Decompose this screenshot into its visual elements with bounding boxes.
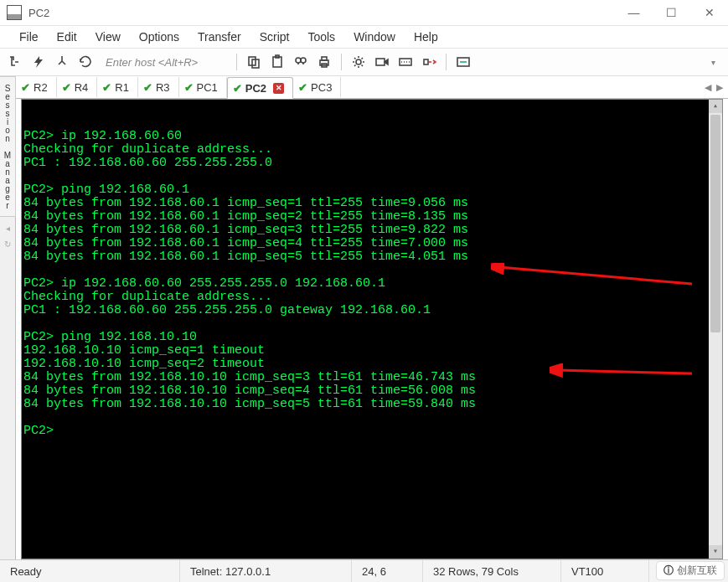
window-titlebar: PC2 — ☐ ✕ [0,0,728,26]
session-manager-tab[interactable]: Session Manager [0,76,16,217]
check-icon: ✔ [143,81,152,94]
menu-transfer[interactable]: Transfer [188,28,250,46]
reconnect-icon[interactable] [77,54,94,70]
status-connection: Telnet: 127.0.0.1 [180,560,352,582]
status-cursor: 24, 6 [352,560,423,582]
session-tree-icon[interactable] [7,54,23,70]
svg-rect-2 [273,57,281,67]
toolbar-separator [236,54,237,70]
menu-options[interactable]: Options [130,28,188,46]
watermark: ⓘ 创新互联 [656,561,725,580]
toolbar: Enter host <Alt+R> ▾ [0,49,728,76]
tab-label: PC2 [245,82,266,95]
svg-rect-10 [376,59,385,65]
tab-label: R1 [115,81,129,94]
host-input[interactable]: Enter host <Alt+R> [101,56,228,69]
check-icon: ✔ [298,81,307,94]
svg-point-4 [296,58,301,63]
window-title: PC2 [28,7,49,19]
session-manager-label: Session Manager [3,84,13,209]
close-window-button[interactable]: ✕ [690,0,728,25]
menu-script[interactable]: Script [250,28,299,46]
watermark-logo-icon: ⓘ [663,564,674,578]
tab-pc1[interactable]: ✔ PC1 [179,77,227,97]
status-emulation: VT100 [561,560,649,582]
menu-help[interactable]: Help [405,28,447,46]
copy-icon[interactable] [245,54,262,70]
tab-r1[interactable]: ✔ R1 [97,77,138,97]
tab-r2[interactable]: ✔ R2 [16,77,57,97]
paste-icon[interactable] [269,54,286,70]
side-collapse-icon[interactable]: ◂ [6,224,10,233]
toolbar-separator-2 [341,54,342,70]
check-icon: ✔ [102,81,111,94]
toolbar-overflow-icon[interactable]: ▾ [705,54,721,70]
tab-next-icon[interactable]: ▶ [716,82,723,93]
tab-r3[interactable]: ✔ R3 [138,77,179,97]
app-icon [7,5,22,20]
menu-window[interactable]: Window [344,28,405,46]
menu-view[interactable]: View [86,28,130,46]
minimize-button[interactable]: — [615,0,653,25]
menubar: File Edit View Options Transfer Script T… [0,26,728,49]
side-cycle-icon[interactable]: ↻ [4,239,11,249]
check-icon: ✔ [184,81,194,94]
keymap-icon[interactable] [455,54,472,70]
toolbar-separator-3 [446,54,447,70]
tabstrip: ✔ R2 ✔ R4 ✔ R1 ✔ R3 ✔ PC1 ✔ PC2 ✕ [16,76,728,99]
scroll-up-icon[interactable]: ▴ [709,100,722,113]
tab-pc3[interactable]: ✔ PC3 [293,77,341,97]
scroll-down-icon[interactable]: ▾ [709,545,722,559]
disconnect-icon[interactable] [421,54,437,70]
tab-label: R4 [75,81,89,94]
tab-label: PC3 [311,81,332,94]
menu-edit[interactable]: Edit [48,28,86,46]
terminal[interactable]: PC2> ip 192.168.60.60 Checking for dupli… [21,99,723,559]
tab-prev-icon[interactable]: ◀ [705,82,711,93]
tab-label: R3 [156,81,170,94]
status-ready: Ready [0,560,180,582]
tab-label: PC1 [197,81,218,94]
check-icon: ✔ [62,81,71,94]
check-icon: ✔ [233,82,242,95]
find-icon[interactable] [292,54,309,70]
print-icon[interactable] [316,54,333,70]
record-icon[interactable] [374,54,390,70]
tab-label: R2 [34,81,48,94]
tab-r4[interactable]: ✔ R4 [57,77,98,97]
svg-point-5 [301,58,306,63]
svg-point-9 [356,59,361,64]
check-icon: ✔ [21,81,30,94]
keyboard-icon[interactable] [397,54,414,70]
status-size: 32 Rows, 79 Cols [423,560,561,582]
maximize-button[interactable]: ☐ [653,0,690,25]
close-icon[interactable]: ✕ [273,83,284,94]
connect-icon[interactable] [54,54,70,70]
menu-file[interactable]: File [10,28,48,46]
watermark-text: 创新互联 [677,564,717,578]
settings-icon[interactable] [350,54,367,70]
quick-connect-icon[interactable] [30,54,47,70]
svg-rect-7 [322,57,327,60]
svg-rect-12 [424,59,428,64]
statusbar: Ready Telnet: 127.0.0.1 24, 6 32 Rows, 7… [0,559,728,582]
menu-tools[interactable]: Tools [298,28,344,46]
tab-pc2[interactable]: ✔ PC2 ✕ [227,77,293,99]
